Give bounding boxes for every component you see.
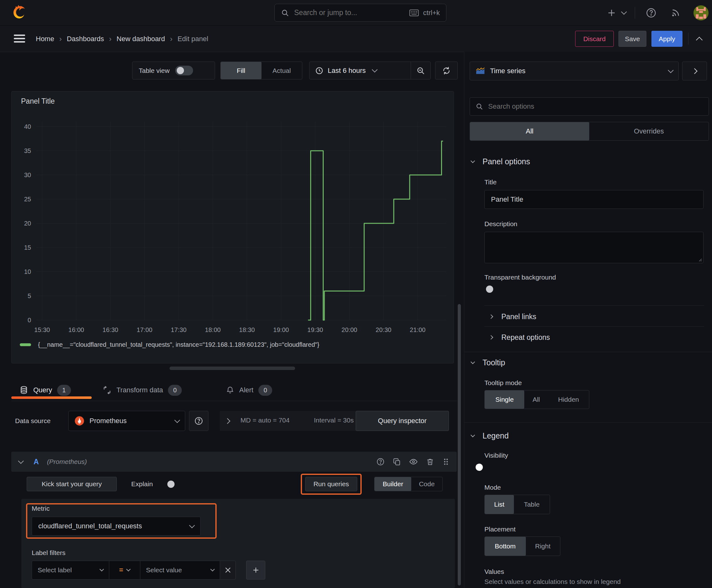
options-search-box[interactable] bbox=[470, 97, 709, 115]
tooltip-single-option[interactable]: Single bbox=[485, 391, 524, 408]
keyboard-icon bbox=[409, 9, 419, 16]
svg-text:17:30: 17:30 bbox=[171, 327, 187, 333]
legend-placement-bottom-option[interactable]: Bottom bbox=[485, 537, 526, 555]
save-button[interactable]: Save bbox=[619, 31, 646, 47]
query-row-chevron-icon[interactable] bbox=[18, 458, 24, 464]
kick-start-query-button[interactable]: Kick start your query bbox=[27, 477, 117, 491]
apply-button[interactable]: Apply bbox=[651, 31, 683, 47]
clock-icon bbox=[315, 67, 323, 75]
query-row-header[interactable]: A (Prometheus) bbox=[11, 452, 457, 472]
add-chevron-down-icon[interactable] bbox=[621, 9, 627, 15]
drag-handle-icon[interactable] bbox=[442, 458, 449, 466]
breadcrumb: Home › Dashboards › New dashboard › Edit… bbox=[36, 26, 208, 52]
chart-legend[interactable]: {__name__="cloudflared_tunnel_total_requ… bbox=[20, 341, 319, 348]
operator-dropdown[interactable]: = bbox=[109, 561, 140, 580]
tab-alert-label: Alert bbox=[239, 386, 253, 394]
search-icon bbox=[281, 9, 289, 17]
legend-placement-segmented: Bottom Right bbox=[484, 537, 560, 556]
tab-transform-data[interactable]: Transform data 0 bbox=[103, 382, 182, 398]
metric-select[interactable]: cloudflared_tunnel_total_requests bbox=[32, 517, 201, 536]
breadcrumb-separator: › bbox=[54, 35, 67, 43]
tab-alert[interactable]: Alert 0 bbox=[226, 382, 272, 398]
svg-text:35: 35 bbox=[24, 147, 31, 154]
table-view-toggle[interactable] bbox=[175, 66, 193, 76]
collapse-options-button[interactable] bbox=[682, 62, 707, 80]
options-search-input[interactable] bbox=[488, 102, 703, 111]
svg-text:30: 30 bbox=[24, 171, 31, 178]
breadcrumb-new-dashboard[interactable]: New dashboard bbox=[116, 35, 165, 43]
select-label-chevron-icon bbox=[100, 567, 104, 571]
options-chevron-right-icon[interactable] bbox=[224, 418, 230, 424]
legend-header[interactable]: Legend bbox=[471, 431, 509, 440]
datasource-value: Prometheus bbox=[89, 417, 170, 425]
tooltip-mode-segmented: Single All Hidden bbox=[484, 390, 589, 409]
panel-title-input[interactable] bbox=[484, 190, 704, 209]
add-filter-button[interactable] bbox=[246, 561, 265, 580]
grafana-logo[interactable] bbox=[11, 4, 27, 21]
tab-query[interactable]: Query 1 bbox=[19, 382, 71, 398]
legend-mode-list-option[interactable]: List bbox=[485, 495, 514, 514]
datasource-picker[interactable]: Prometheus bbox=[68, 411, 185, 431]
discard-button[interactable]: Discard bbox=[575, 31, 614, 47]
panel: Panel Title 051015202530354015:3016:0016… bbox=[11, 91, 454, 363]
news-button[interactable] bbox=[668, 6, 683, 20]
actual-option[interactable]: Actual bbox=[261, 62, 302, 79]
tooltip-all-option[interactable]: All bbox=[524, 391, 548, 408]
divider bbox=[484, 305, 704, 306]
interval-stat: Interval = 30s bbox=[314, 417, 354, 424]
tooltip-heading: Tooltip bbox=[482, 358, 505, 367]
query-help-icon[interactable] bbox=[376, 458, 385, 466]
refresh-button[interactable] bbox=[435, 62, 458, 80]
tooltip-header[interactable]: Tooltip bbox=[471, 358, 505, 367]
query-options-bar: MD = auto = 704 Interval = 30s Query ins… bbox=[220, 411, 449, 431]
query-inspector-button[interactable]: Query inspector bbox=[356, 411, 449, 431]
search-input[interactable] bbox=[294, 8, 405, 17]
duplicate-query-icon[interactable] bbox=[393, 458, 401, 466]
legend-values-label: Values bbox=[484, 568, 504, 575]
panel-resize-handle[interactable] bbox=[170, 366, 295, 370]
description-textarea[interactable] bbox=[484, 232, 704, 263]
time-series-chart[interactable]: 051015202530354015:3016:0016:3017:0017:3… bbox=[12, 91, 453, 362]
add-button[interactable] bbox=[604, 6, 619, 20]
zoom-out-button[interactable] bbox=[411, 62, 430, 79]
fill-option[interactable]: Fill bbox=[221, 62, 261, 79]
hide-query-eye-icon[interactable] bbox=[409, 457, 418, 466]
tab-all[interactable]: All bbox=[470, 122, 589, 141]
breadcrumb-home[interactable]: Home bbox=[36, 35, 54, 43]
run-queries-button[interactable]: Run queries bbox=[305, 477, 357, 491]
panel-links-header[interactable]: Panel links bbox=[490, 311, 536, 322]
global-search-box[interactable]: ctrl+k bbox=[274, 4, 447, 22]
visualization-picker[interactable]: Time series bbox=[470, 62, 679, 80]
user-avatar[interactable] bbox=[693, 5, 709, 20]
builder-code-segmented: Builder Code bbox=[374, 477, 443, 491]
legend-mode-table-option[interactable]: Table bbox=[514, 495, 550, 514]
breadcrumb-dashboards[interactable]: Dashboards bbox=[67, 35, 104, 43]
collapse-chevron-up-icon[interactable] bbox=[696, 37, 703, 43]
svg-text:5: 5 bbox=[28, 292, 31, 299]
help-button[interactable] bbox=[644, 6, 658, 20]
top-navbar: ctrl+k bbox=[0, 0, 712, 26]
legend-placement-right-option[interactable]: Right bbox=[526, 537, 560, 555]
repeat-options-header[interactable]: Repeat options bbox=[490, 332, 550, 343]
vertical-scrollbar[interactable] bbox=[458, 304, 461, 586]
menu-icon[interactable] bbox=[14, 34, 25, 44]
resize-corner-icon[interactable] bbox=[697, 257, 702, 261]
remove-filter-button[interactable] bbox=[220, 561, 236, 580]
time-range-picker[interactable]: Last 6 hours bbox=[309, 67, 411, 75]
timeseries-icon bbox=[476, 67, 485, 75]
tooltip-hidden-option[interactable]: Hidden bbox=[548, 391, 589, 408]
select-label-dropdown[interactable]: Select label bbox=[32, 561, 109, 580]
legend-values-hint: Select values or calculations to show in… bbox=[484, 578, 621, 586]
legend-mode-label: Mode bbox=[484, 484, 501, 491]
legend-series-name[interactable]: {__name__="cloudflared_tunnel_total_requ… bbox=[38, 341, 319, 348]
builder-option[interactable]: Builder bbox=[374, 477, 411, 491]
tab-overrides[interactable]: Overrides bbox=[589, 122, 709, 141]
select-value-dropdown[interactable]: Select value bbox=[140, 561, 220, 580]
query-builder-body: Metric cloudflared_tunnel_total_requests… bbox=[21, 499, 455, 588]
select-label-placeholder: Select label bbox=[38, 566, 96, 574]
delete-query-trash-icon[interactable] bbox=[426, 458, 434, 466]
panel-options-header[interactable]: Panel options bbox=[471, 157, 530, 166]
svg-text:18:30: 18:30 bbox=[239, 327, 255, 333]
code-option[interactable]: Code bbox=[411, 477, 442, 491]
datasource-help-button[interactable] bbox=[189, 411, 209, 431]
